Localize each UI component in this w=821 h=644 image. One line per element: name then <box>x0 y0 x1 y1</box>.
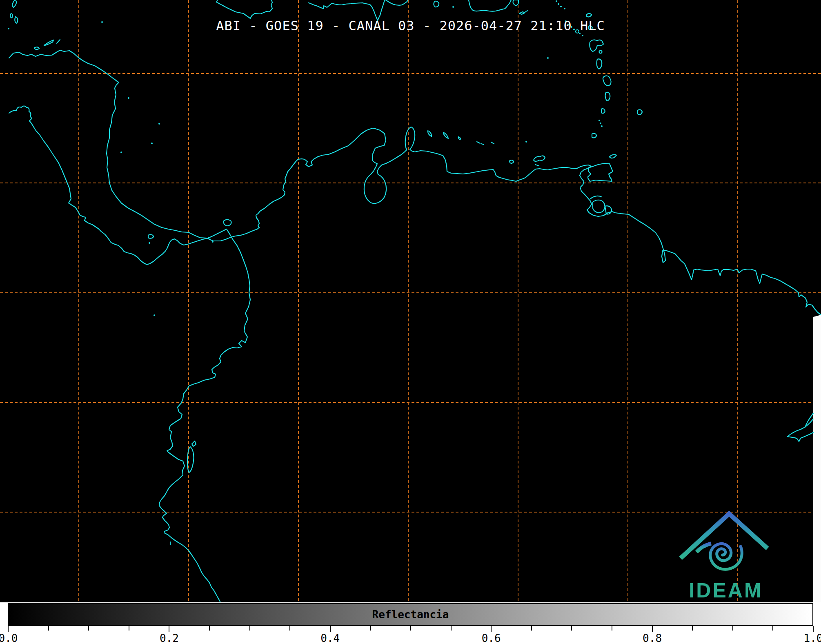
colorbar-tick <box>692 626 693 631</box>
islet-dot <box>525 141 527 143</box>
coastline-puerto-rico <box>469 0 511 11</box>
image-title: ABI - GOES 19 - CANAL 03 - 2026-04-27 21… <box>0 18 821 33</box>
colorbar-tick <box>169 626 169 632</box>
colorbar-tick <box>451 626 452 631</box>
coastline-hispaniola-east <box>386 0 408 5</box>
coastline-jamaica <box>216 0 272 18</box>
colorbar-tick <box>571 626 572 631</box>
colorbar-tick <box>330 626 331 632</box>
coastline-trinidad <box>588 163 613 181</box>
colorbar-tick <box>48 626 49 631</box>
coastline-small-islands-top <box>434 0 518 7</box>
data-edge-band <box>813 315 821 602</box>
logo-eye-corner <box>696 544 711 552</box>
colorbar-tick <box>129 626 129 631</box>
colorbar-tick <box>289 626 290 631</box>
colorbar-tick <box>249 626 250 631</box>
satellite-map: IDEAM ABI - GOES 19 - CANAL 03 - 2026-04… <box>0 0 821 602</box>
satellite-image-viewer: IDEAM ABI - GOES 19 - CANAL 03 - 2026-04… <box>0 0 821 644</box>
logo-wordmark: IDEAM <box>689 579 763 602</box>
colorbar-tick <box>652 626 653 632</box>
coastline-caribbean-southamerica <box>9 50 821 315</box>
colorbar-tick <box>209 626 210 631</box>
coastline-hispaniola-west <box>309 0 385 20</box>
coastlines <box>8 0 821 602</box>
colorbar-tick-label: 0.6 <box>473 632 510 644</box>
map-canvas: IDEAM <box>0 0 821 602</box>
colorbar-tick-label: 0.2 <box>151 632 187 644</box>
coastline-offshore-islands <box>148 220 231 545</box>
coastline-brazil-fragment <box>788 413 813 441</box>
colorbar-tick-label: 0.4 <box>312 632 349 644</box>
colorbar-tick <box>813 626 814 632</box>
colorbar-tick <box>612 626 612 631</box>
logo-spiral-icon <box>710 544 742 569</box>
colorbar-label: Reflectancia <box>0 608 821 621</box>
colorbar-tick <box>531 626 532 631</box>
colorbar-tick <box>8 626 9 632</box>
pacific-islets <box>149 237 214 316</box>
ideam-logo: IDEAM <box>681 514 768 602</box>
colorbar-tick <box>491 626 492 632</box>
colorbar-tick-label: 1.0 <box>795 632 821 644</box>
colorbar-tick <box>772 626 773 631</box>
colorbar-tick <box>410 626 411 631</box>
colorbar-tick <box>88 626 89 631</box>
caribbean-islets <box>8 21 160 153</box>
coastline-orinoco-delta <box>591 196 612 214</box>
colorbar-tick <box>732 626 733 631</box>
graticule-gridlines <box>0 0 821 602</box>
colorbar-tick <box>370 626 371 631</box>
colorbar-tick-label: 0.8 <box>634 632 671 644</box>
colorbar-tick-label: 0.0 <box>0 632 27 644</box>
coastline-pacific <box>9 106 250 602</box>
